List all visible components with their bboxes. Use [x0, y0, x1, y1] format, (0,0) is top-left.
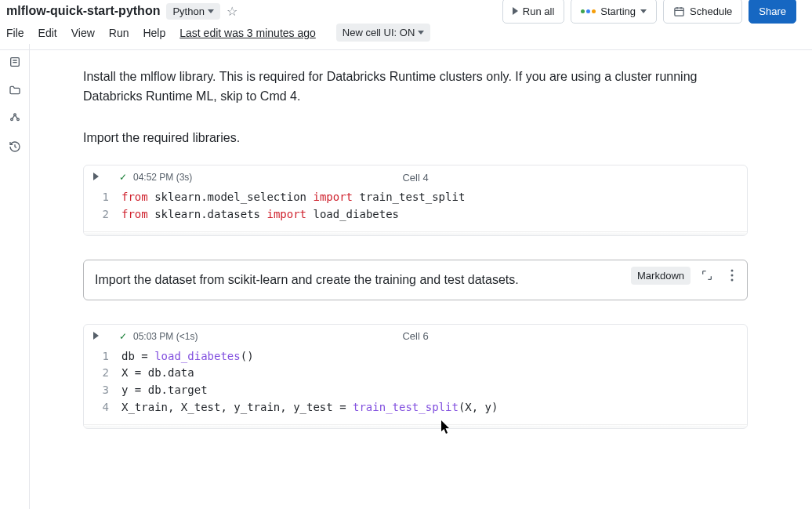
folder-icon[interactable] — [8, 83, 22, 97]
share-panel-icon[interactable] — [8, 111, 22, 125]
chevron-down-icon — [418, 31, 424, 35]
cell-label: Cell 4 — [402, 172, 428, 184]
svg-point-3 — [10, 118, 13, 121]
code-editor[interactable]: 1from sklearn.model_selection import tra… — [84, 186, 747, 231]
code-cell-4[interactable]: ✓ 04:52 PM (3s) Cell 4 1from sklearn.mod… — [83, 165, 748, 235]
cell-status: 05:03 PM (<1s) — [133, 331, 198, 342]
new-cell-toggle[interactable]: New cell UI: ON — [336, 24, 430, 42]
language-label: Python — [172, 5, 204, 17]
cluster-status-label: Starting — [600, 5, 636, 17]
last-edit-link[interactable]: Last edit was 3 minutes ago — [179, 27, 316, 39]
cell-footer — [84, 231, 747, 235]
code-line: 2from sklearn.datasets import load_diabe… — [93, 206, 738, 224]
cluster-status-button[interactable]: Starting — [571, 0, 657, 24]
star-icon[interactable]: ☆ — [227, 4, 237, 19]
markdown-text: Install the mlflow library. This is requ… — [83, 67, 726, 107]
chevron-down-icon — [208, 9, 214, 13]
expand-icon[interactable] — [698, 267, 716, 284]
run-cell-button[interactable] — [93, 172, 99, 183]
left-rail — [0, 44, 30, 509]
code-line: 2X = db.data — [93, 365, 738, 382]
menu-run[interactable]: Run — [109, 27, 129, 39]
cell-label: Cell 6 — [402, 330, 428, 342]
menu-view[interactable]: View — [71, 27, 95, 39]
svg-rect-0 — [675, 8, 683, 16]
schedule-label: Schedule — [690, 5, 732, 17]
run-all-label: Run all — [523, 5, 554, 17]
history-icon[interactable] — [8, 140, 22, 154]
code-line: 1db = load_diabetes() — [93, 348, 738, 365]
play-icon — [513, 7, 518, 15]
svg-point-5 — [731, 270, 734, 272]
code-editor[interactable]: 1db = load_diabetes() 2X = db.data 3y = … — [84, 345, 747, 424]
kebab-icon[interactable] — [723, 267, 741, 284]
chevron-down-icon — [640, 9, 647, 13]
menu-help[interactable]: Help — [143, 27, 165, 39]
language-selector[interactable]: Python — [166, 3, 219, 20]
code-cell-6[interactable]: ✓ 05:03 PM (<1s) Cell 6 1db = load_diabe… — [83, 324, 748, 429]
cell-footer — [84, 424, 747, 428]
play-icon — [93, 173, 99, 180]
notebook-title[interactable]: mlflow-quick-start-python — [6, 4, 160, 18]
toc-icon[interactable] — [8, 55, 22, 69]
play-icon — [93, 332, 99, 340]
schedule-button[interactable]: Schedule — [663, 0, 742, 24]
cell-status: 04:52 PM (3s) — [133, 172, 192, 183]
svg-point-2 — [13, 114, 16, 116]
run-all-button[interactable]: Run all — [502, 0, 564, 24]
cell-type-badge[interactable]: Markdown — [631, 267, 691, 285]
new-cell-label: New cell UI: ON — [343, 27, 415, 38]
share-label: Share — [759, 5, 786, 17]
check-icon: ✓ — [119, 331, 127, 342]
check-icon: ✓ — [119, 172, 127, 183]
svg-point-7 — [731, 279, 734, 282]
code-line: 3y = db.target — [93, 382, 738, 399]
loading-icon — [581, 9, 596, 13]
svg-point-6 — [731, 274, 734, 277]
calendar-icon — [673, 5, 685, 17]
svg-point-4 — [16, 118, 19, 121]
markdown-text: Import the required libraries. — [83, 129, 726, 148]
markdown-cell-5[interactable]: Markdown Import the dataset from scikit-… — [83, 260, 748, 300]
run-cell-button[interactable] — [93, 331, 99, 342]
code-line: 1from sklearn.model_selection import tra… — [93, 189, 738, 206]
menu-edit[interactable]: Edit — [38, 27, 57, 39]
notebook-content: Install the mlflow library. This is requ… — [30, 44, 812, 509]
menu-file[interactable]: File — [6, 27, 24, 39]
code-line: 4X_train, X_test, y_train, y_test = trai… — [93, 399, 738, 416]
share-button[interactable]: Share — [749, 0, 796, 24]
